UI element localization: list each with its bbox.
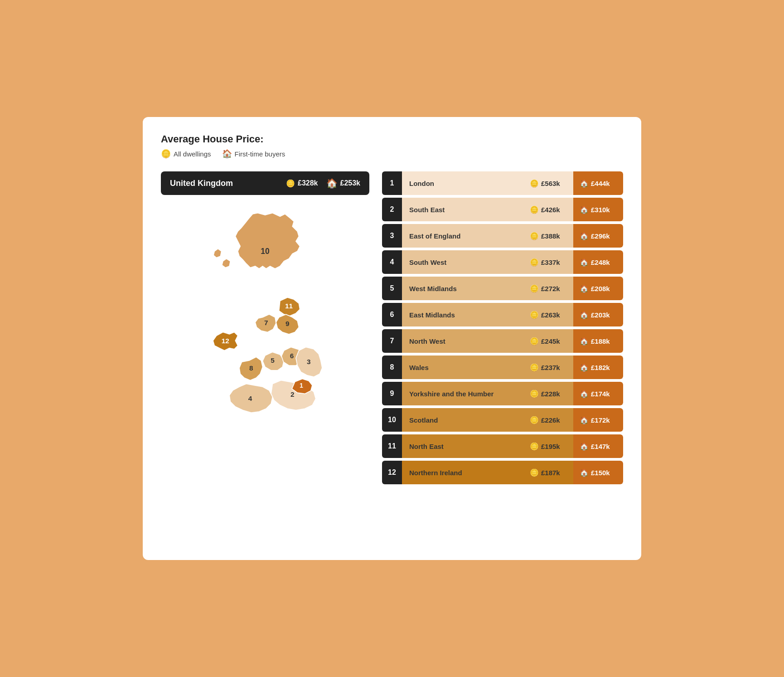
region-name: Yorkshire and the Humber <box>402 382 523 405</box>
region-name: East of England <box>402 224 523 248</box>
all-price-value: £272k <box>541 285 560 292</box>
map-region-northern-ireland: 12 <box>213 332 238 351</box>
ftb-price-value: £172k <box>591 416 610 424</box>
region-name: South West <box>402 250 523 274</box>
house-icon: 🏠 <box>580 416 589 424</box>
rank-number: 2 <box>382 198 402 221</box>
house-icon: 🏠 <box>580 337 589 346</box>
uk-name: United Kingdom <box>170 179 278 188</box>
house-icon: 🏠 <box>580 311 589 319</box>
rank-row: 10 Scotland 🪙 £226k 🏠 £172k <box>382 408 623 432</box>
rank-row: 1 London 🪙 £563k 🏠 £444k <box>382 171 623 195</box>
ftb-price-value: £150k <box>591 469 610 477</box>
map-region-east-england: 3 <box>296 347 322 377</box>
rank-number: 12 <box>382 461 402 484</box>
rank-number: 10 <box>382 408 402 432</box>
main-content: United Kingdom 🪙 £328k 🏠 £253k <box>161 171 623 544</box>
rankings-panel: 1 London 🪙 £563k 🏠 £444k 2 South East 🪙 … <box>382 171 623 484</box>
region-name: Wales <box>402 356 523 379</box>
rank-number: 8 <box>382 356 402 379</box>
ftb-price-cell: 🏠 £188k <box>573 329 623 353</box>
ftb-price-cell: 🏠 £147k <box>573 434 623 458</box>
ftb-price-cell: 🏠 £150k <box>573 461 623 484</box>
rank-number: 6 <box>382 303 402 326</box>
ftb-price-value: £174k <box>591 390 610 398</box>
legend-ftb: 🏠 First-time buyers <box>222 149 286 159</box>
legend-all-label: All dwellings <box>174 150 211 158</box>
map-region-north-west: 7 <box>255 314 276 332</box>
legend-ftb-label: First-time buyers <box>235 150 286 158</box>
map-label-7: 7 <box>264 319 268 326</box>
rank-number: 7 <box>382 329 402 353</box>
map-label-4: 4 <box>248 395 252 402</box>
coin-icon: 🪙 <box>530 284 539 293</box>
rank-row: 11 North East 🪙 £195k 🏠 £147k <box>382 434 623 458</box>
map-label-12: 12 <box>222 337 229 345</box>
map-region-yorkshire: 9 <box>276 314 299 334</box>
map-region-scotland: 10 <box>213 213 300 269</box>
all-price-value: £195k <box>541 443 560 450</box>
house-icon: 🏠 <box>580 179 589 188</box>
coin-icon: 🪙 <box>530 363 539 372</box>
coin-icon: 🪙 <box>161 149 171 159</box>
uk-house-icon: 🏠 <box>326 178 338 189</box>
all-price-cell: 🪙 £237k <box>523 356 573 379</box>
uk-coin-icon: 🪙 <box>286 179 295 188</box>
legend-all-dwellings: 🪙 All dwellings <box>161 149 211 159</box>
ftb-price-value: £147k <box>591 443 610 450</box>
rank-row: 4 South West 🪙 £337k 🏠 £248k <box>382 250 623 274</box>
region-name: North West <box>402 329 523 353</box>
all-price-cell: 🪙 £426k <box>523 198 573 221</box>
rank-row: 7 North West 🪙 £245k 🏠 £188k <box>382 329 623 353</box>
legend: 🪙 All dwellings 🏠 First-time buyers <box>161 149 623 159</box>
ftb-price-cell: 🏠 £182k <box>573 356 623 379</box>
all-price-value: £388k <box>541 232 560 240</box>
ftb-price-cell: 🏠 £208k <box>573 277 623 300</box>
ftb-price-value: £444k <box>591 180 610 187</box>
ftb-price-value: £296k <box>591 232 610 240</box>
page-title: Average House Price: <box>161 133 623 145</box>
all-price-cell: 🪙 £272k <box>523 277 573 300</box>
ftb-price-cell: 🏠 £172k <box>573 408 623 432</box>
map-label-10: 10 <box>261 247 270 256</box>
all-price-value: £187k <box>541 469 560 477</box>
house-icon: 🏠 <box>580 468 589 477</box>
rank-number: 1 <box>382 171 402 195</box>
house-icon: 🏠 <box>580 205 589 214</box>
ftb-price-cell: 🏠 £203k <box>573 303 623 326</box>
all-price-value: £263k <box>541 311 560 319</box>
uk-map: 10 12 11 9 <box>161 204 369 542</box>
all-price-value: £245k <box>541 337 560 345</box>
map-region-wales: 8 <box>239 357 262 380</box>
map-label-1: 1 <box>300 382 303 389</box>
house-icon: 🏠 <box>580 258 589 267</box>
house-icon: 🏠 <box>580 363 589 372</box>
house-icon: 🏠 <box>580 442 589 451</box>
rank-row: 9 Yorkshire and the Humber 🪙 £228k 🏠 £17… <box>382 382 623 405</box>
coin-icon: 🪙 <box>530 390 539 398</box>
coin-icon: 🪙 <box>530 468 539 477</box>
all-price-cell: 🪙 £228k <box>523 382 573 405</box>
rank-row: 2 South East 🪙 £426k 🏠 £310k <box>382 198 623 221</box>
ftb-price-cell: 🏠 £248k <box>573 250 623 274</box>
all-price-value: £226k <box>541 416 560 424</box>
all-price-value: £563k <box>541 180 560 187</box>
region-name: Scotland <box>402 408 523 432</box>
rank-number: 9 <box>382 382 402 405</box>
ftb-price-cell: 🏠 £296k <box>573 224 623 248</box>
rank-row: 6 East Midlands 🪙 £263k 🏠 £203k <box>382 303 623 326</box>
rank-number: 5 <box>382 277 402 300</box>
rank-row: 12 Northern Ireland 🪙 £187k 🏠 £150k <box>382 461 623 484</box>
region-name: South East <box>402 198 523 221</box>
uk-summary-bar: United Kingdom 🪙 £328k 🏠 £253k <box>161 171 369 195</box>
ftb-price-value: £203k <box>591 311 610 319</box>
ftb-price-value: £310k <box>591 206 610 214</box>
map-region-south-west: 4 <box>229 384 272 413</box>
all-price-cell: 🪙 £187k <box>523 461 573 484</box>
region-name: London <box>402 171 523 195</box>
coin-icon: 🪙 <box>530 258 539 267</box>
rank-number: 11 <box>382 434 402 458</box>
ftb-price-value: £182k <box>591 364 610 371</box>
coin-icon: 🪙 <box>530 205 539 214</box>
all-price-value: £237k <box>541 364 560 371</box>
